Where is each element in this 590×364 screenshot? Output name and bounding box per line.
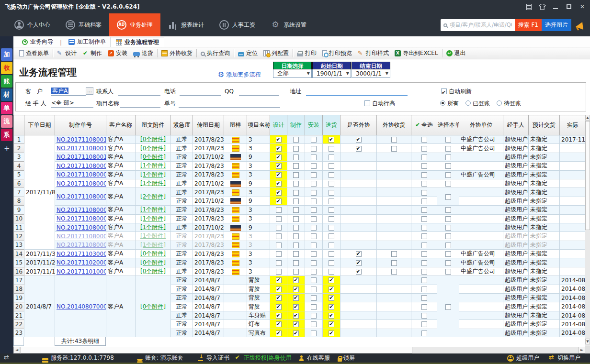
select-order-checkbox[interactable] — [445, 181, 451, 187]
sample-thumbnail[interactable] — [232, 207, 239, 213]
install-checkbox[interactable] — [311, 137, 317, 143]
is-outsourced-checkbox[interactable] — [356, 137, 362, 143]
order-link[interactable]: NO.201711080004 — [57, 215, 106, 222]
select-order-checkbox[interactable] — [445, 216, 451, 222]
select-order-checkbox[interactable] — [445, 207, 451, 213]
design-checkbox[interactable] — [276, 172, 282, 178]
select-all-checkbox[interactable] — [421, 251, 427, 257]
deliver-checkbox[interactable] — [329, 233, 334, 239]
attachment-link[interactable]: [2个附件] — [140, 193, 166, 200]
auto-row-height-checkbox[interactable]: 自动行高 — [364, 99, 395, 108]
column-header-选择本单[interactable]: 选择本单 — [437, 115, 459, 135]
make-checkbox[interactable] — [293, 199, 299, 204]
select-all-checkbox[interactable] — [421, 295, 427, 301]
status-swap[interactable] — [4, 355, 12, 361]
install-checkbox[interactable] — [311, 199, 317, 204]
design-checkbox[interactable] — [276, 321, 282, 327]
column-header-紧急度[interactable]: 紧急度 — [171, 115, 193, 135]
select-all-checkbox[interactable] — [421, 304, 427, 310]
design-checkbox[interactable] — [276, 216, 282, 222]
sample-thumbnail[interactable] — [232, 251, 239, 257]
column-header-送货[interactable]: 送货 — [323, 115, 340, 135]
make-checkbox[interactable] — [293, 313, 299, 319]
radio-待登账[interactable]: 待登账 — [497, 100, 521, 107]
attachment-link[interactable]: [1个附件] — [140, 171, 166, 178]
project-field[interactable] — [120, 99, 160, 108]
order-link[interactable]: NO.201711080008 — [57, 171, 106, 178]
is-outsourced-checkbox[interactable] — [356, 251, 362, 257]
column-header-客户名称[interactable]: 客户名称 — [106, 115, 136, 135]
design-checkbox[interactable] — [276, 287, 282, 292]
row-number[interactable]: 19 — [14, 294, 24, 302]
attachment-link[interactable]: [0个附件] — [140, 259, 166, 266]
make-checkbox[interactable] — [293, 233, 299, 239]
sample-thumbnail[interactable] — [232, 242, 239, 248]
pick-image-button[interactable]: 选择图片 — [542, 19, 571, 31]
design-checkbox[interactable] — [276, 146, 282, 152]
column-header-经手人[interactable]: 经手人 — [503, 115, 529, 135]
order-link[interactable]: NO.201711080009 — [57, 163, 106, 169]
order-link[interactable]: NO.201711010001 — [57, 268, 106, 275]
row-number[interactable]: 16 — [14, 267, 24, 276]
install-checkbox[interactable] — [311, 146, 317, 152]
column-header-外协单位[interactable]: 外协单位 — [459, 115, 503, 135]
deliver-checkbox[interactable] — [329, 172, 334, 178]
sample-thumbnail[interactable] — [230, 154, 241, 160]
make-checkbox[interactable] — [293, 181, 299, 187]
outsource-receive-checkbox[interactable] — [391, 269, 397, 275]
row-number[interactable]: 17 — [14, 276, 24, 285]
select-all-checkbox[interactable] — [421, 146, 427, 152]
design-checkbox[interactable] — [276, 269, 282, 275]
attachment-link[interactable]: [0个附件] — [140, 136, 166, 143]
sample-thumbnail[interactable] — [232, 172, 239, 178]
deliver-checkbox[interactable] — [329, 260, 334, 266]
deliver-checkbox[interactable] — [329, 243, 334, 248]
radio-所有[interactable]: 所有 — [440, 100, 459, 107]
attachment-link[interactable]: [0个附件] — [140, 154, 166, 160]
design-checkbox[interactable] — [276, 199, 282, 204]
close-button[interactable]: ✕ — [579, 3, 586, 11]
design-checkbox[interactable] — [276, 181, 282, 187]
attachment-link[interactable]: [1个附件] — [140, 242, 166, 248]
vertical-scroll-thumb[interactable] — [585, 121, 590, 230]
tab-sheet[interactable]: 加工制作单 — [64, 37, 111, 47]
attachment-link[interactable]: [1个附件] — [140, 215, 166, 222]
deliver-checkbox[interactable] — [329, 199, 334, 204]
sample-thumbnail[interactable] — [230, 181, 241, 187]
design-checkbox[interactable] — [276, 313, 282, 319]
row-number[interactable]: 11 — [14, 223, 24, 232]
column-header-是否外协[interactable]: 是否外协 — [340, 115, 377, 135]
install-checkbox[interactable] — [311, 251, 317, 257]
sample-thumbnail[interactable] — [232, 269, 239, 275]
order-link[interactable]: NO.201711030001 — [57, 251, 106, 257]
select-order-checkbox[interactable] — [445, 225, 451, 231]
order-link[interactable]: NO.201711080010 — [57, 154, 106, 160]
nav-item-ad[interactable]: 业务处理 — [109, 13, 160, 36]
install-checkbox[interactable] — [311, 225, 317, 231]
toolbar-button-view[interactable]: 查看原单 — [16, 48, 52, 58]
sample-thumbnail[interactable] — [232, 233, 239, 240]
radio-已登账[interactable]: 已登账 — [465, 100, 490, 107]
select-all-checkbox[interactable] — [421, 269, 427, 275]
install-checkbox[interactable] — [311, 190, 317, 196]
toolbar-button-truck[interactable]: 送货 — [130, 48, 156, 58]
toolbar-button-receive[interactable]: 外协收货 — [159, 48, 195, 58]
nav-item-gear[interactable]: 系统设置 — [263, 13, 314, 36]
select-all-checkbox[interactable] — [421, 163, 427, 169]
row-number[interactable]: 6 — [14, 179, 24, 188]
order-link[interactable]: NO.201711080002 — [57, 233, 106, 240]
deliver-checkbox[interactable] — [329, 313, 334, 319]
megaphone-icon[interactable] — [574, 20, 585, 31]
deliver-checkbox[interactable] — [329, 321, 334, 327]
deliver-checkbox[interactable] — [329, 137, 334, 143]
qq-field[interactable] — [239, 87, 279, 96]
sample-thumbnail[interactable] — [230, 198, 241, 204]
column-header-图样[interactable]: 图样 — [224, 115, 247, 135]
sample-thumbnail[interactable] — [232, 216, 239, 222]
column-header-全选[interactable]: ✔全选 — [411, 115, 437, 135]
deliver-checkbox[interactable] — [329, 181, 334, 187]
install-checkbox[interactable] — [311, 163, 317, 169]
sample-thumbnail[interactable] — [232, 163, 239, 169]
order-no-field[interactable] — [179, 99, 280, 108]
date-dropdown[interactable]: 全部▼ — [273, 69, 312, 78]
